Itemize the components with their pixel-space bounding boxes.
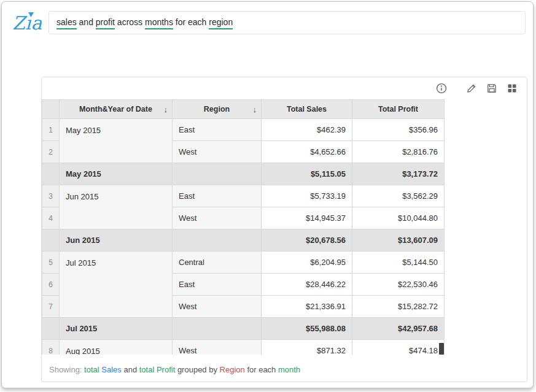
row-number: 2 [42, 141, 60, 163]
table-row[interactable]: 3Jun 2015East$5,733.19$3,562.29 [42, 185, 445, 207]
layout-grid-icon[interactable] [506, 82, 518, 94]
query-term: region [209, 17, 233, 29]
zia-logo: Zıa [12, 10, 44, 35]
subtotal-profit: $13,607.09 [352, 229, 445, 252]
subtotal-row[interactable]: Jun 2015$20,678.56$13,607.09 [42, 229, 445, 252]
region-cell: East [173, 274, 262, 296]
header-label: Region [204, 105, 230, 113]
save-icon[interactable] [486, 82, 498, 94]
top-bar: Zıa sales and profit across months for e… [2, 2, 533, 35]
sales-cell: $28,446.22 [262, 274, 352, 296]
profit-cell: $474.18 [352, 340, 445, 355]
header-label: Total Sales [287, 105, 327, 113]
subtotal-sales: $20,678.56 [262, 229, 352, 252]
sales-cell: $14,945.37 [262, 207, 352, 229]
subtotal-profit: $42,957.68 [352, 318, 445, 340]
showing-segment: and [122, 365, 139, 374]
query-word: across [115, 17, 145, 27]
profit-cell: $5,144.50 [352, 252, 445, 274]
header-total-sales[interactable]: Total Sales [262, 100, 352, 119]
subtotal-row[interactable]: May 2015$5,115.05$3,173.72 [42, 163, 445, 185]
profit-cell: $10,044.80 [352, 207, 445, 229]
profit-cell: $356.96 [352, 119, 445, 141]
region-cell: East [173, 119, 262, 141]
showing-segment: month [278, 365, 300, 374]
subtotal-profit: $3,173.72 [352, 163, 445, 185]
region-cell: West [173, 141, 262, 163]
showing-segment: Showing: [49, 365, 84, 374]
month-cell: Jul 2015 [60, 252, 173, 318]
result-table-body: 1May 2015East$462.39$356.962West$4,652.6… [42, 119, 445, 355]
sales-cell: $5,733.19 [262, 185, 352, 207]
month-cell: May 2015 [60, 119, 173, 163]
table-header-row: Month&Year of Date ↓ Region ↓ Total Sale… [42, 100, 445, 119]
region-cell [173, 163, 262, 185]
info-icon[interactable] [435, 82, 448, 94]
query-word: and [77, 17, 96, 27]
card-toolbar [42, 77, 527, 99]
showing-segment: total [139, 365, 155, 374]
month-cell: Aug 2015 [60, 340, 173, 355]
query-input[interactable]: sales and profit across months for each … [49, 11, 526, 34]
showing-segment: Profit [154, 365, 175, 374]
table-row[interactable]: 5Jul 2015Central$6,204.95$5,144.50 [42, 252, 445, 274]
subtotal-month: Jun 2015 [60, 229, 173, 252]
row-number: 3 [42, 185, 60, 207]
showing-segment: Region [220, 365, 245, 374]
result-table-container: Month&Year of Date ↓ Region ↓ Total Sale… [42, 99, 527, 355]
result-card: Month&Year of Date ↓ Region ↓ Total Sale… [41, 77, 527, 382]
showing-segment: for each [245, 365, 278, 374]
table-row[interactable]: 1May 2015East$462.39$356.96 [42, 119, 445, 141]
sales-cell: $6,204.95 [262, 252, 352, 274]
query-term: sales [56, 17, 77, 29]
row-number [42, 163, 60, 185]
header-month[interactable]: Month&Year of Date ↓ [60, 100, 173, 119]
query-word: for each [173, 17, 209, 27]
row-number: 7 [42, 296, 60, 318]
subtotal-month: May 2015 [60, 163, 173, 185]
corner-header-cell [42, 100, 60, 119]
sort-desc-icon[interactable]: ↓ [253, 105, 257, 114]
showing-line: Showing: total Sales and total Profit gr… [42, 355, 527, 374]
region-cell: Central [173, 252, 262, 274]
zia-window: Zıa sales and profit across months for e… [1, 1, 534, 388]
svg-text:Zıa: Zıa [12, 12, 42, 34]
subtotal-sales: $5,115.05 [262, 163, 352, 185]
header-region[interactable]: Region ↓ [173, 100, 262, 119]
row-number: 8 [42, 340, 60, 355]
profit-cell: $22,530.46 [352, 274, 445, 296]
row-number: 4 [42, 207, 60, 229]
showing-segment: total [84, 365, 99, 374]
query-term: months [145, 17, 173, 29]
sort-desc-icon[interactable]: ↓ [164, 105, 168, 114]
sales-cell: $4,652.66 [262, 141, 352, 163]
profit-cell: $15,282.72 [352, 296, 445, 318]
sales-cell: $21,336.91 [262, 296, 352, 318]
header-total-profit[interactable]: Total Profit [352, 100, 445, 119]
subtotal-sales: $55,988.08 [262, 318, 352, 340]
sales-cell: $462.39 [262, 119, 352, 141]
row-number: 1 [42, 119, 60, 141]
showing-segment: grouped by [175, 365, 219, 374]
region-cell: West [173, 296, 262, 318]
header-label: Total Profit [378, 105, 418, 113]
subtotal-month: Jul 2015 [60, 318, 173, 340]
table-row[interactable]: 8Aug 2015West$871.32$474.18 [42, 340, 445, 355]
region-cell [173, 229, 262, 252]
subtotal-row[interactable]: Jul 2015$55,988.08$42,957.68 [42, 318, 445, 340]
edit-icon[interactable] [465, 82, 478, 94]
region-cell: West [173, 340, 262, 355]
profit-cell: $2,816.76 [352, 141, 445, 163]
header-label: Month&Year of Date [79, 105, 152, 113]
vertical-scrollbar-thumb[interactable] [439, 343, 444, 355]
row-number: 6 [42, 274, 60, 296]
result-table: Month&Year of Date ↓ Region ↓ Total Sale… [42, 99, 445, 355]
row-number [42, 229, 60, 252]
query-term: profit [96, 17, 115, 29]
region-cell: East [173, 185, 262, 207]
zia-logo-icon: Zıa [12, 10, 44, 35]
row-number: 5 [42, 252, 60, 274]
month-cell: Jun 2015 [60, 185, 173, 229]
row-number [42, 318, 60, 340]
region-cell [173, 318, 262, 340]
